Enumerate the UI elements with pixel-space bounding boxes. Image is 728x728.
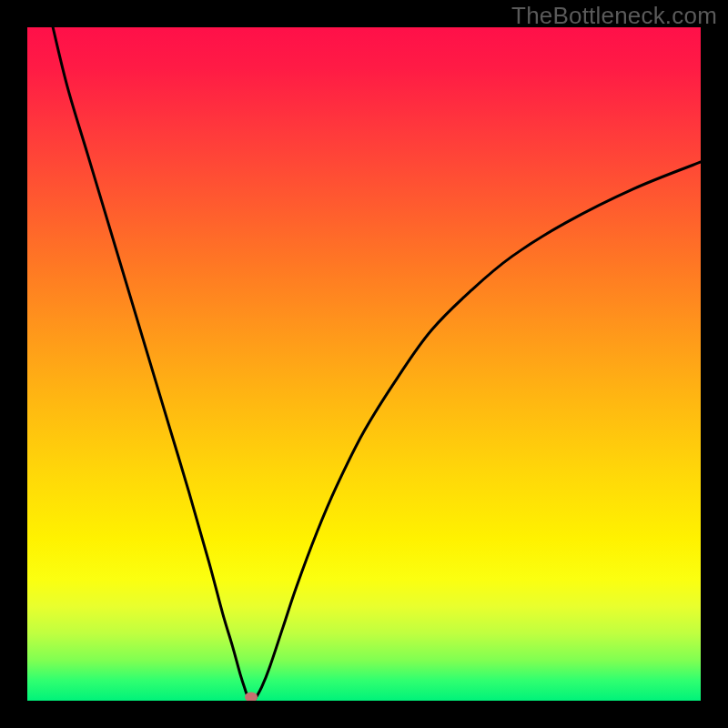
watermark-text: TheBottleneck.com [511,2,717,30]
plot-area [27,27,701,701]
minimum-marker [245,692,258,701]
bottleneck-curve [27,27,701,701]
chart-frame: TheBottleneck.com [0,0,728,728]
